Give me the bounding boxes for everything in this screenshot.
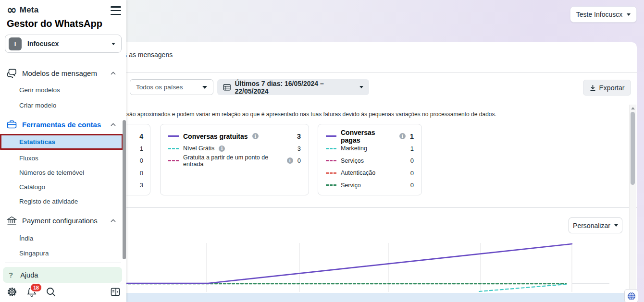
- sidebar-section-account-tools[interactable]: Ferramentas de contas: [0, 117, 122, 132]
- country-filter-value: Todos os países: [136, 84, 183, 91]
- sidebar-item-gerir-modelos[interactable]: Gerir modelos: [0, 84, 122, 96]
- legend-value: 0: [410, 169, 414, 177]
- chevron-down-icon: [111, 43, 115, 45]
- sidebar-scrollbar-thumb[interactable]: [123, 120, 126, 259]
- legend-label: Autenticação: [341, 169, 375, 176]
- briefcase-icon: [7, 120, 17, 129]
- customize-chart-dropdown[interactable]: Personalizar: [569, 217, 622, 233]
- export-button[interactable]: Exportar: [583, 80, 631, 96]
- sidebar-section-label: Payment configurations: [22, 217, 98, 225]
- card-total-value: 3: [297, 132, 301, 140]
- info-icon[interactable]: i: [219, 145, 225, 152]
- account-name: Infocuscx: [27, 40, 59, 48]
- meta-infinity-icon: ∞: [7, 4, 17, 16]
- legend-dash-swatch: [326, 184, 336, 186]
- sidebar-item-label: Gerir modelos: [19, 86, 60, 94]
- calendar-icon: [223, 83, 231, 91]
- search-icon[interactable]: [45, 286, 57, 298]
- globe-icon: [627, 292, 636, 301]
- sidebar-section-payment-configurations[interactable]: Payment configurations: [0, 213, 122, 228]
- sidebar-item-label: Catálogo: [19, 183, 45, 191]
- collapse-panel-icon[interactable]: [111, 287, 120, 297]
- card-legend-row: Serviços 0: [326, 155, 414, 167]
- legend-label: Gratuita a partir de um ponto de entrada: [183, 154, 283, 168]
- scrollbar-thumb[interactable]: [631, 112, 635, 185]
- sidebar-item-fluxos[interactable]: Fluxos: [0, 152, 122, 164]
- sidebar-item-catalogo[interactable]: Catálogo: [0, 181, 122, 193]
- card-total-value: 1: [410, 132, 414, 140]
- card-legend-row: Autenticação 0: [326, 167, 414, 180]
- legend-value: 0: [297, 157, 301, 164]
- business-account-dropdown[interactable]: Teste Infocuscx: [570, 6, 637, 23]
- legend-value: 0: [410, 181, 414, 189]
- sidebar-item-label: Criar modelo: [19, 102, 56, 109]
- sidebar-item-label: Estatísticas: [19, 138, 55, 145]
- legend-dash-swatch: [326, 160, 336, 161]
- scroll-up-arrow-icon[interactable]: [631, 107, 635, 109]
- legend-label: Marketing: [341, 145, 367, 152]
- card-title: Conversas pagas: [341, 129, 395, 144]
- sidebar-item-label: Singapura: [19, 250, 49, 257]
- card-legend-row: Serviço 0: [326, 179, 414, 192]
- legend-line-swatch: [168, 135, 179, 137]
- sidebar-item-registo-atividade[interactable]: Registo de atividade: [0, 195, 122, 207]
- main-vertical-scrollbar[interactable]: [629, 105, 636, 294]
- sidebar-item-numeros-telemovel[interactable]: Números de telemóvel: [0, 166, 122, 179]
- card-header-row: Conversas pagas i 1: [326, 130, 414, 143]
- chevron-down-icon: [614, 224, 618, 227]
- account-selector[interactable]: I Infocuscx: [5, 35, 122, 53]
- info-icon[interactable]: i: [399, 133, 406, 139]
- legend-dash-swatch: [168, 160, 179, 161]
- question-mark-icon: ?: [9, 271, 13, 279]
- settings-gear-icon[interactable]: [6, 286, 18, 298]
- legend-dash-swatch: [326, 148, 336, 149]
- language-globe-button[interactable]: [624, 289, 638, 302]
- sidebar-section-label: Modelos de mensagem: [22, 69, 97, 77]
- sidebar-item-singapura[interactable]: Singapura: [0, 247, 122, 259]
- country-filter-dropdown[interactable]: Todos os países: [130, 79, 213, 95]
- account-avatar: I: [9, 37, 22, 50]
- notification-count-badge: 18: [30, 283, 42, 292]
- chevron-up-icon: [111, 72, 116, 75]
- sidebar-item-criar-modelo[interactable]: Criar modelo: [0, 99, 122, 111]
- help-label: Ajuda: [20, 271, 38, 279]
- export-label: Exportar: [599, 84, 625, 92]
- sidebar-item-india[interactable]: Índia: [0, 232, 122, 244]
- sidebar-section-message-templates[interactable]: Modelos de mensagem: [0, 66, 122, 80]
- sidebar-item-estatisticas-active[interactable]: Estatísticas: [0, 134, 123, 150]
- sidebar-section-label: Ferramentas de contas: [22, 121, 101, 129]
- sidebar: ∞ Meta Gestor do WhatsApp I Infocuscx Mo…: [0, 0, 126, 302]
- legend-value: 0: [410, 157, 414, 164]
- hamburger-menu-icon[interactable]: [111, 6, 121, 15]
- help-button[interactable]: ? Ajuda: [3, 267, 122, 283]
- chevron-down-icon: [359, 86, 363, 88]
- info-icon[interactable]: i: [287, 157, 293, 164]
- disclaimer-text-fragment: são aproximados e podem variar em relaçã…: [126, 111, 496, 118]
- sidebar-item-label: Registo de atividade: [19, 198, 78, 205]
- card-legend-row: Gratuita a partir de um ponto de entrada…: [168, 155, 301, 167]
- chevron-up-icon: [111, 219, 116, 222]
- date-range-dropdown[interactable]: Últimos 7 dias: 16/05/2024 – 22/05/2024: [217, 79, 369, 95]
- legend-value: 1: [410, 145, 414, 152]
- card-title: Conversas gratuitas: [183, 133, 248, 140]
- meta-logo: ∞ Meta: [7, 4, 38, 16]
- chevron-down-icon: [202, 86, 207, 89]
- date-range-label: Últimos 7 dias: 16/05/2024 – 22/05/2024: [235, 80, 356, 95]
- legend-label: Serviços: [341, 157, 364, 164]
- whatsapp-manager-screen: todas as mensagens Todos os países Últim…: [0, 0, 644, 302]
- card-legend-row: Nível Grátis i 3: [168, 143, 301, 155]
- summary-card-paid-conversations: Conversas pagas i 1 Marketing 1 Serviços…: [318, 124, 422, 195]
- app-title: Gestor do WhatsApp: [7, 18, 102, 29]
- customize-label: Personalizar: [573, 222, 610, 230]
- legend-dash-swatch: [168, 148, 179, 149]
- legend-value: 3: [297, 145, 301, 152]
- info-icon[interactable]: i: [252, 133, 259, 139]
- bank-icon: [7, 216, 17, 225]
- sidebar-item-label: Números de telemóvel: [19, 169, 84, 176]
- legend-line-swatch: [326, 135, 336, 137]
- card-legend-row: Marketing 1: [326, 143, 414, 155]
- sidebar-item-label: Índia: [19, 235, 33, 242]
- card-header-row: Conversas gratuitas i 3: [168, 130, 301, 143]
- sidebar-item-label: Fluxos: [19, 155, 38, 162]
- message-templates-icon: [7, 69, 17, 78]
